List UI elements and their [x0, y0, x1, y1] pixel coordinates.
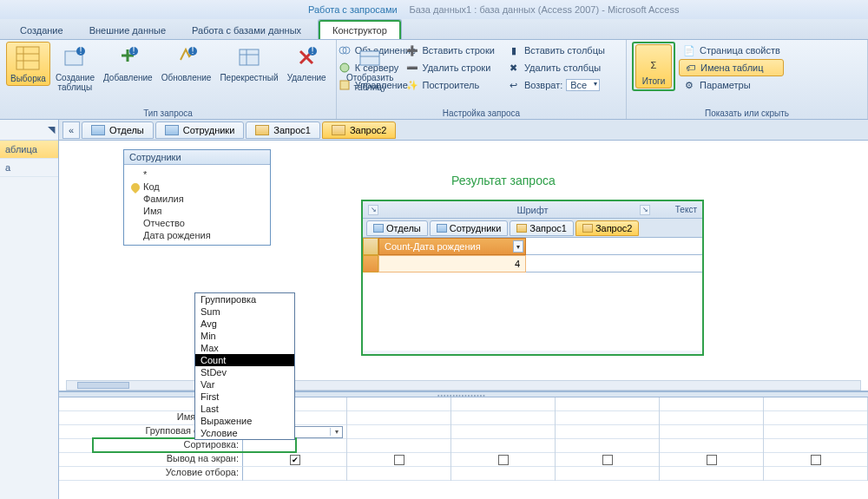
- qbe-cell[interactable]: [764, 467, 867, 481]
- totals-button[interactable]: Σ Итоги: [635, 44, 672, 89]
- dialog-launcher-icon[interactable]: ↘: [640, 205, 650, 215]
- qbe-cell[interactable]: [660, 467, 763, 481]
- qbe-cell[interactable]: [764, 411, 867, 425]
- result-tab-sotrudniki[interactable]: Сотрудники: [430, 220, 509, 236]
- parameters-button[interactable]: ⚙Параметры: [679, 76, 784, 94]
- result-tab-zapros1[interactable]: Запрос1: [510, 220, 574, 236]
- property-sheet-button[interactable]: 📄Страница свойств: [679, 42, 784, 59]
- qbe-cell[interactable]: [556, 439, 659, 453]
- field-star[interactable]: *: [131, 168, 263, 181]
- dialog-launcher-icon[interactable]: ↘: [368, 205, 378, 215]
- delete-rows-button[interactable]: ➖Удалить строки: [402, 59, 498, 76]
- field-otchestvo[interactable]: Отчество: [131, 217, 263, 229]
- result-row-selector[interactable]: [363, 255, 378, 272]
- insert-rows-button[interactable]: ➕Вставить строки: [402, 42, 498, 59]
- ribbon-tab-design[interactable]: Конструктор: [319, 20, 401, 39]
- delete-cols-button[interactable]: ✖Удалить столбцы: [503, 59, 608, 76]
- field-list-title[interactable]: Сотрудники: [124, 150, 270, 165]
- qbe-show-cell[interactable]: [451, 453, 555, 467]
- qbe-cell[interactable]: [764, 425, 867, 439]
- field-list-sotrudniki[interactable]: Сотрудники * Код Фамилия Имя Отчество Да…: [123, 149, 271, 246]
- qbe-cell[interactable]: [556, 425, 659, 439]
- insert-cols-button[interactable]: ▮Вставить столбцы: [503, 42, 608, 59]
- object-tab-otdely[interactable]: Отделы: [82, 121, 154, 139]
- field-kod[interactable]: Код: [131, 181, 263, 193]
- agg-option-where[interactable]: Условие: [195, 427, 294, 439]
- ribbon-tab-database-tools[interactable]: Работа с базами данных: [179, 21, 314, 39]
- field-imya[interactable]: Имя: [131, 205, 263, 217]
- navigation-pane[interactable]: ◥ аблица а: [0, 120, 59, 499]
- scrollbar-thumb[interactable]: [77, 382, 129, 389]
- field-familiya[interactable]: Фамилия: [131, 193, 263, 205]
- qbe-cell[interactable]: [451, 439, 555, 453]
- qbe-cell[interactable]: [347, 467, 450, 481]
- qbe-cell[interactable]: [347, 439, 450, 453]
- qbe-cell[interactable]: [451, 397, 555, 411]
- qbe-cell[interactable]: [660, 411, 763, 425]
- qbe-cell[interactable]: [556, 411, 659, 425]
- result-cell[interactable]: 4: [378, 255, 526, 272]
- result-select-all[interactable]: [363, 238, 378, 255]
- object-tab-sotrudniki[interactable]: Сотрудники: [155, 121, 245, 139]
- aggregate-dropdown-list[interactable]: Группировка Sum Avg Min Max Count StDev …: [194, 292, 295, 440]
- qbe-cell[interactable]: [451, 425, 555, 439]
- field-data-rozhdeniya[interactable]: Дата рождения: [131, 229, 263, 241]
- qbe-cell[interactable]: [451, 467, 555, 481]
- qbe-cell[interactable]: [660, 397, 763, 411]
- qbe-show-cell[interactable]: [660, 453, 763, 467]
- qbe-cell[interactable]: [347, 411, 450, 425]
- ribbon-tab-create[interactable]: Создание: [7, 21, 76, 39]
- make-table-button[interactable]: ! Создание таблицы: [52, 42, 98, 94]
- show-table-button[interactable]: Отобразить таблицу: [343, 42, 398, 94]
- show-checkbox[interactable]: [498, 455, 509, 465]
- agg-option-expression[interactable]: Выражение: [195, 415, 294, 427]
- qbe-cell[interactable]: [660, 425, 763, 439]
- qbe-cell[interactable]: [764, 397, 867, 411]
- show-checkbox[interactable]: [394, 455, 404, 465]
- agg-option-avg[interactable]: Avg: [195, 318, 294, 330]
- object-tab-zapros1[interactable]: Запрос1: [246, 121, 320, 139]
- crosstab-button[interactable]: Перекрестный: [216, 42, 281, 84]
- qbe-show-cell[interactable]: [556, 453, 659, 467]
- table-names-button[interactable]: 🏷Имена таблиц: [679, 59, 784, 76]
- agg-option-group[interactable]: Группировка: [195, 293, 294, 305]
- ribbon-tab-external-data[interactable]: Внешние данные: [76, 21, 179, 39]
- qbe-cell[interactable]: [347, 425, 450, 439]
- show-checkbox[interactable]: [707, 455, 717, 465]
- agg-option-count[interactable]: Count: [195, 354, 294, 366]
- chevron-down-icon[interactable]: ▾: [330, 428, 342, 436]
- nav-item[interactable]: а: [0, 159, 58, 177]
- qbe-sort-cell[interactable]: [243, 439, 346, 453]
- show-checkbox[interactable]: [811, 455, 821, 465]
- qbe-show-cell[interactable]: ✔: [243, 453, 346, 467]
- result-tab-zapros2[interactable]: Запрос2: [575, 220, 640, 236]
- agg-option-stdev[interactable]: StDev: [195, 366, 294, 378]
- qbe-cell[interactable]: [451, 411, 555, 425]
- agg-option-last[interactable]: Last: [195, 403, 294, 415]
- select-query-button[interactable]: Выборка: [6, 42, 50, 86]
- return-combo[interactable]: Все▾: [566, 79, 600, 91]
- qbe-show-cell[interactable]: [347, 453, 450, 467]
- agg-option-var[interactable]: Var: [195, 378, 294, 391]
- horizontal-scrollbar[interactable]: [66, 380, 861, 391]
- qbe-cell[interactable]: [660, 439, 763, 453]
- column-dropdown-icon[interactable]: ▾: [513, 240, 523, 253]
- object-tab-zapros2[interactable]: Запрос2: [322, 121, 397, 139]
- agg-option-first[interactable]: First: [195, 391, 294, 403]
- result-tab-otdely[interactable]: Отделы: [366, 220, 428, 236]
- qbe-criteria-cell[interactable]: [243, 467, 346, 481]
- delete-button[interactable]: ! Удаление: [284, 42, 330, 84]
- qbe-cell[interactable]: [347, 397, 450, 411]
- show-checkbox[interactable]: [602, 455, 613, 465]
- update-button[interactable]: ! Обновление: [158, 42, 215, 84]
- builder-button[interactable]: ✨Построитель: [402, 76, 498, 94]
- qbe-cell[interactable]: [764, 439, 867, 453]
- nav-shutter-button[interactable]: «: [62, 121, 80, 139]
- agg-option-max[interactable]: Max: [195, 342, 294, 354]
- append-button[interactable]: ! Добавление: [100, 42, 156, 84]
- nav-item-tables[interactable]: аблица: [0, 141, 58, 159]
- show-checkbox[interactable]: ✔: [290, 455, 300, 465]
- qbe-show-cell[interactable]: [764, 453, 867, 467]
- qbe-cell[interactable]: [556, 397, 659, 411]
- result-column-header[interactable]: Count-Дата рождения ▾: [378, 238, 526, 255]
